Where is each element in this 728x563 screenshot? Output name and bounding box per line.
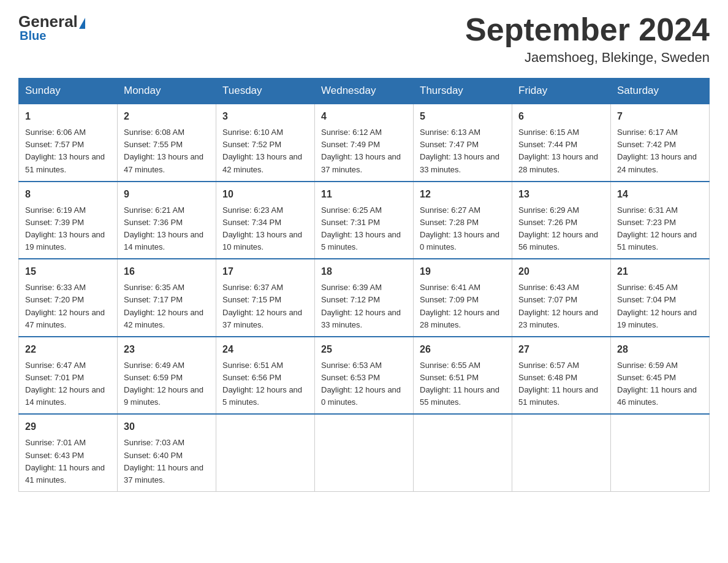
day-number: 4 xyxy=(321,109,407,124)
day-info: Sunrise: 6:57 AM Sunset: 6:48 PM Dayligh… xyxy=(518,359,604,409)
header-thursday: Thursday xyxy=(414,79,512,104)
sunset-label: Sunset: 7:49 PM xyxy=(321,140,380,149)
day-number: 5 xyxy=(420,109,506,124)
daylight-label: Daylight: 12 hours and 28 minutes. xyxy=(420,308,499,329)
sunset-label: Sunset: 7:39 PM xyxy=(25,218,84,227)
table-row: 1 Sunrise: 6:06 AM Sunset: 7:57 PM Dayli… xyxy=(19,104,118,182)
table-row: 24 Sunrise: 6:51 AM Sunset: 6:56 PM Dayl… xyxy=(216,337,315,415)
day-number: 7 xyxy=(617,109,703,124)
calendar-week-5: 29 Sunrise: 7:01 AM Sunset: 6:43 PM Dayl… xyxy=(19,414,710,491)
daylight-label: Daylight: 13 hours and 47 minutes. xyxy=(124,152,203,174)
table-row: 29 Sunrise: 7:01 AM Sunset: 6:43 PM Dayl… xyxy=(19,414,118,491)
calendar-header-row: Sunday Monday Tuesday Wednesday Thursday… xyxy=(19,79,710,104)
day-number: 9 xyxy=(124,187,210,202)
table-row: 7 Sunrise: 6:17 AM Sunset: 7:42 PM Dayli… xyxy=(611,104,710,182)
sunrise-label: Sunrise: 6:51 AM xyxy=(222,361,283,370)
day-number: 11 xyxy=(321,187,407,202)
day-number: 17 xyxy=(222,264,308,279)
daylight-label: Daylight: 12 hours and 37 minutes. xyxy=(222,308,302,329)
table-row xyxy=(611,414,710,491)
day-number: 20 xyxy=(518,264,604,279)
table-row: 8 Sunrise: 6:19 AM Sunset: 7:39 PM Dayli… xyxy=(19,182,118,259)
daylight-label: Daylight: 12 hours and 47 minutes. xyxy=(25,308,105,329)
table-row: 27 Sunrise: 6:57 AM Sunset: 6:48 PM Dayl… xyxy=(512,337,611,415)
sunset-label: Sunset: 7:12 PM xyxy=(321,295,380,304)
table-row: 10 Sunrise: 6:23 AM Sunset: 7:34 PM Dayl… xyxy=(216,182,315,259)
sunrise-label: Sunrise: 6:21 AM xyxy=(124,205,184,215)
daylight-label: Daylight: 13 hours and 0 minutes. xyxy=(420,230,499,251)
sunset-label: Sunset: 7:44 PM xyxy=(518,140,577,149)
day-info: Sunrise: 6:45 AM Sunset: 7:04 PM Dayligh… xyxy=(617,282,703,331)
sunrise-label: Sunrise: 6:43 AM xyxy=(518,283,579,292)
sunset-label: Sunset: 6:43 PM xyxy=(25,451,84,460)
daylight-label: Daylight: 13 hours and 51 minutes. xyxy=(25,152,105,174)
day-number: 2 xyxy=(124,109,210,124)
day-number: 29 xyxy=(25,419,111,434)
table-row: 12 Sunrise: 6:27 AM Sunset: 7:28 PM Dayl… xyxy=(414,182,512,259)
daylight-label: Daylight: 13 hours and 10 minutes. xyxy=(222,230,302,251)
day-number: 14 xyxy=(617,187,703,202)
daylight-label: Daylight: 12 hours and 5 minutes. xyxy=(222,385,302,407)
sunrise-label: Sunrise: 6:06 AM xyxy=(25,128,86,137)
day-number: 21 xyxy=(617,264,703,279)
day-number: 19 xyxy=(420,264,506,279)
day-info: Sunrise: 6:10 AM Sunset: 7:52 PM Dayligh… xyxy=(222,126,308,176)
sunrise-label: Sunrise: 6:23 AM xyxy=(222,205,283,215)
table-row: 6 Sunrise: 6:15 AM Sunset: 7:44 PM Dayli… xyxy=(512,104,611,182)
table-row: 5 Sunrise: 6:13 AM Sunset: 7:47 PM Dayli… xyxy=(414,104,512,182)
day-number: 22 xyxy=(25,342,111,357)
day-info: Sunrise: 6:23 AM Sunset: 7:34 PM Dayligh… xyxy=(222,204,308,254)
sunrise-label: Sunrise: 6:15 AM xyxy=(518,128,579,137)
sunset-label: Sunset: 7:55 PM xyxy=(124,140,183,149)
table-row: 25 Sunrise: 6:53 AM Sunset: 6:53 PM Dayl… xyxy=(315,337,414,415)
table-row: 4 Sunrise: 6:12 AM Sunset: 7:49 PM Dayli… xyxy=(315,104,414,182)
daylight-label: Daylight: 12 hours and 23 minutes. xyxy=(518,308,598,329)
day-info: Sunrise: 6:06 AM Sunset: 7:57 PM Dayligh… xyxy=(25,126,111,176)
logo-triangle-icon xyxy=(79,18,85,29)
day-info: Sunrise: 6:39 AM Sunset: 7:12 PM Dayligh… xyxy=(321,282,407,331)
day-info: Sunrise: 6:31 AM Sunset: 7:23 PM Dayligh… xyxy=(617,204,703,254)
table-row: 28 Sunrise: 6:59 AM Sunset: 6:45 PM Dayl… xyxy=(611,337,710,415)
table-row xyxy=(512,414,611,491)
day-number: 16 xyxy=(124,264,210,279)
table-row: 23 Sunrise: 6:49 AM Sunset: 6:59 PM Dayl… xyxy=(118,337,216,415)
table-row xyxy=(315,414,414,491)
calendar-week-1: 1 Sunrise: 6:06 AM Sunset: 7:57 PM Dayli… xyxy=(19,104,710,182)
sunset-label: Sunset: 6:56 PM xyxy=(222,373,281,382)
day-info: Sunrise: 6:27 AM Sunset: 7:28 PM Dayligh… xyxy=(420,204,506,254)
daylight-label: Daylight: 13 hours and 42 minutes. xyxy=(222,152,302,174)
daylight-label: Daylight: 13 hours and 28 minutes. xyxy=(518,152,598,174)
sunset-label: Sunset: 7:17 PM xyxy=(124,295,183,304)
sunrise-label: Sunrise: 6:37 AM xyxy=(222,283,283,292)
day-info: Sunrise: 6:51 AM Sunset: 6:56 PM Dayligh… xyxy=(222,359,308,409)
day-info: Sunrise: 6:55 AM Sunset: 6:51 PM Dayligh… xyxy=(420,359,506,409)
sunset-label: Sunset: 7:20 PM xyxy=(25,295,84,304)
sunrise-label: Sunrise: 6:10 AM xyxy=(222,128,283,137)
table-row: 9 Sunrise: 6:21 AM Sunset: 7:36 PM Dayli… xyxy=(118,182,216,259)
sunset-label: Sunset: 7:15 PM xyxy=(222,295,281,304)
sunrise-label: Sunrise: 6:35 AM xyxy=(124,283,184,292)
day-number: 6 xyxy=(518,109,604,124)
day-info: Sunrise: 6:19 AM Sunset: 7:39 PM Dayligh… xyxy=(25,204,111,254)
daylight-label: Daylight: 13 hours and 33 minutes. xyxy=(420,152,499,174)
day-info: Sunrise: 6:13 AM Sunset: 7:47 PM Dayligh… xyxy=(420,126,506,176)
day-info: Sunrise: 7:01 AM Sunset: 6:43 PM Dayligh… xyxy=(25,437,111,486)
day-info: Sunrise: 6:17 AM Sunset: 7:42 PM Dayligh… xyxy=(617,126,703,176)
sunrise-label: Sunrise: 6:13 AM xyxy=(420,128,480,137)
table-row: 26 Sunrise: 6:55 AM Sunset: 6:51 PM Dayl… xyxy=(414,337,512,415)
title-area: September 2024 Jaemshoeg, Blekinge, Swed… xyxy=(465,12,710,66)
day-number: 1 xyxy=(25,109,111,124)
day-info: Sunrise: 6:15 AM Sunset: 7:44 PM Dayligh… xyxy=(518,126,604,176)
daylight-label: Daylight: 11 hours and 41 minutes. xyxy=(25,463,105,484)
daylight-label: Daylight: 13 hours and 5 minutes. xyxy=(321,230,401,251)
sunrise-label: Sunrise: 6:29 AM xyxy=(518,205,579,215)
sunset-label: Sunset: 6:59 PM xyxy=(124,373,183,382)
daylight-label: Daylight: 13 hours and 24 minutes. xyxy=(617,152,697,174)
day-number: 25 xyxy=(321,342,407,357)
header-tuesday: Tuesday xyxy=(216,79,315,104)
day-number: 12 xyxy=(420,187,506,202)
table-row: 17 Sunrise: 6:37 AM Sunset: 7:15 PM Dayl… xyxy=(216,259,315,337)
day-info: Sunrise: 6:49 AM Sunset: 6:59 PM Dayligh… xyxy=(124,359,210,409)
daylight-label: Daylight: 13 hours and 14 minutes. xyxy=(124,230,203,251)
sunset-label: Sunset: 7:36 PM xyxy=(124,218,183,227)
